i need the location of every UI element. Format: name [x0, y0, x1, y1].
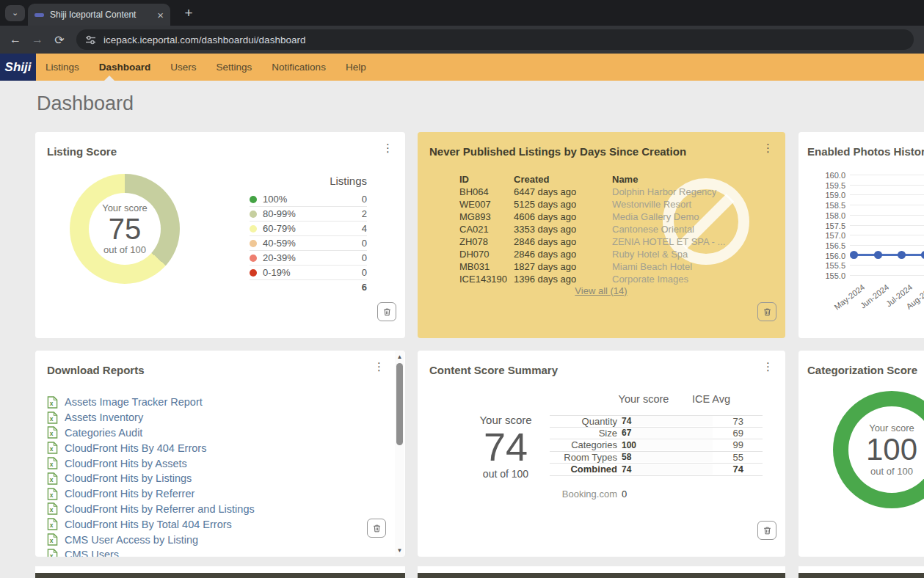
table-cell: BH064: [459, 186, 514, 198]
kebab-menu-icon[interactable]: ⋮: [763, 142, 774, 153]
content-score-bar-chart: Quantity 74 73 Size 67 69 Categories 100…: [550, 415, 763, 476]
remove-widget-button[interactable]: [757, 302, 776, 321]
data-point: [874, 251, 882, 259]
nav-item-settings[interactable]: Settings: [217, 62, 252, 73]
scrollbar[interactable]: ▲ ▼: [395, 351, 404, 556]
scrollbar-thumb[interactable]: [396, 363, 403, 445]
nav-item-dashboard[interactable]: Dashboard: [99, 62, 151, 73]
scroll-down-icon[interactable]: ▼: [395, 546, 404, 555]
report-link-row: x CloudFront Hits by Assets: [47, 456, 389, 471]
svg-text:x: x: [50, 506, 54, 513]
excel-file-icon: x: [47, 472, 58, 485]
legend-row: 60-79%4: [250, 222, 367, 236]
reload-icon[interactable]: ⟳: [48, 33, 70, 47]
legend-dot-yellow: [250, 225, 257, 233]
line-series: [854, 254, 924, 256]
legend-dot-red: [250, 269, 257, 277]
nav-item-help[interactable]: Help: [346, 62, 366, 73]
listing-score-donut-chart: Your score 75 out of 100: [70, 174, 180, 284]
trash-icon: [763, 307, 772, 317]
photos-history-card: Enabled Photos History 160.0 159.5 159.0…: [799, 132, 924, 338]
next-row-card-edge: [35, 573, 405, 578]
excel-file-icon: x: [47, 411, 58, 424]
nav-item-listings[interactable]: Listings: [46, 62, 79, 73]
never-published-table: ID Created Name BH0646447 days agoDolphi…: [459, 173, 774, 285]
shiji-logo[interactable]: Shiji: [0, 54, 36, 81]
forward-icon[interactable]: →: [26, 33, 48, 46]
view-all-link[interactable]: View all (14): [575, 285, 627, 296]
svg-text:x: x: [50, 400, 54, 407]
table-cell: MB031: [459, 260, 514, 273]
svg-text:x: x: [50, 430, 54, 437]
table-cell: ZH078: [459, 235, 514, 248]
browser-toolbar: ← → ⟳ icepack.iceportal.com/dashboardui/…: [0, 26, 924, 54]
browser-tab[interactable]: Shiji Iceportal Content ×: [28, 4, 170, 26]
score-row: Quantity 74 73: [550, 415, 763, 428]
site-settings-icon[interactable]: [85, 34, 96, 45]
report-link-row: x Categories Audit: [47, 425, 389, 441]
next-row-card-edge: [799, 573, 924, 578]
trash-icon: [372, 524, 382, 533]
tab-search-button[interactable]: ⌄: [5, 5, 25, 21]
report-link-row: x CloudFront Hits by Referrer and Listin…: [47, 502, 389, 517]
page-title: Dashboard: [37, 92, 134, 115]
excel-file-icon: x: [47, 426, 58, 439]
table-cell: ICE143190: [459, 273, 514, 285]
legend-row: 80-99%2: [250, 207, 367, 222]
next-row-card-edge: [418, 573, 785, 578]
svg-text:x: x: [50, 522, 54, 529]
excel-file-icon: x: [47, 442, 58, 454]
report-link-row: x CMS Users: [47, 547, 389, 557]
back-icon[interactable]: ←: [4, 33, 26, 46]
remove-widget-button[interactable]: [367, 519, 386, 538]
kebab-menu-icon[interactable]: ⋮: [763, 361, 774, 372]
table-cell: MG893: [459, 211, 514, 223]
legend-row: 40-59%0: [250, 236, 367, 251]
download-reports-card: Download Reports ⋮ x Assets Image Tracke…: [35, 351, 405, 557]
nav-item-users[interactable]: Users: [170, 62, 196, 73]
legend-dot-tan: [250, 240, 257, 247]
score-row-combined: Combined 74 74: [550, 464, 763, 476]
excel-file-icon: x: [47, 518, 58, 530]
content-score-big: Your score 74 out of 100: [458, 414, 553, 480]
excel-file-icon: x: [47, 549, 58, 557]
remove-widget-button[interactable]: [757, 521, 776, 540]
nav-item-notifications[interactable]: Notifications: [272, 62, 326, 73]
kebab-menu-icon[interactable]: ⋮: [382, 142, 393, 153]
score-suffix: out of 100: [103, 244, 146, 255]
table-cell: WE007: [459, 198, 514, 211]
new-tab-button[interactable]: +: [178, 4, 199, 24]
svg-text:x: x: [50, 476, 54, 483]
excel-file-icon: x: [47, 457, 58, 469]
scroll-up-icon[interactable]: ▲: [395, 352, 404, 362]
legend-row: 0-19%0: [250, 266, 367, 280]
trash-icon: [382, 307, 392, 317]
svg-text:x: x: [50, 552, 54, 557]
url-bar[interactable]: icepack.iceportal.com/dashboardui/dashbo…: [76, 29, 914, 50]
svg-text:x: x: [50, 445, 54, 453]
tab-title: Shiji Iceportal Content: [50, 10, 153, 20]
data-point: [898, 251, 906, 259]
svg-text:x: x: [50, 461, 54, 468]
excel-file-icon: x: [47, 396, 58, 409]
card-title: Listing Score: [47, 145, 117, 158]
app-navbar: Shiji Listings Dashboard Users Settings …: [0, 54, 924, 81]
card-title: Enabled Photos History: [807, 145, 924, 158]
score-value: 74: [458, 426, 553, 468]
score-row: Categories 100 99: [550, 439, 763, 452]
booking-score-row: Booking.com 0: [550, 489, 627, 500]
listing-score-legend: Listings 100%0 80-99%2 60-79%4 40-59%0 2…: [250, 175, 367, 295]
kebab-menu-icon[interactable]: ⋮: [374, 361, 385, 372]
svg-text:x: x: [50, 414, 54, 422]
score-value: 75: [109, 213, 142, 244]
tab-close-icon[interactable]: ×: [157, 9, 164, 21]
content-score-card: Content Score Summary ⋮ Your score 74 ou…: [418, 351, 785, 557]
tab-favicon-icon: [34, 13, 44, 17]
score-row: Room Types 58 55: [550, 452, 763, 464]
svg-text:x: x: [50, 537, 54, 544]
score-row: Size 67 69: [550, 428, 763, 440]
score-value: 100: [866, 434, 917, 466]
legend-dot-salmon: [250, 255, 257, 262]
remove-widget-button[interactable]: [377, 302, 396, 321]
data-point: [850, 251, 858, 259]
